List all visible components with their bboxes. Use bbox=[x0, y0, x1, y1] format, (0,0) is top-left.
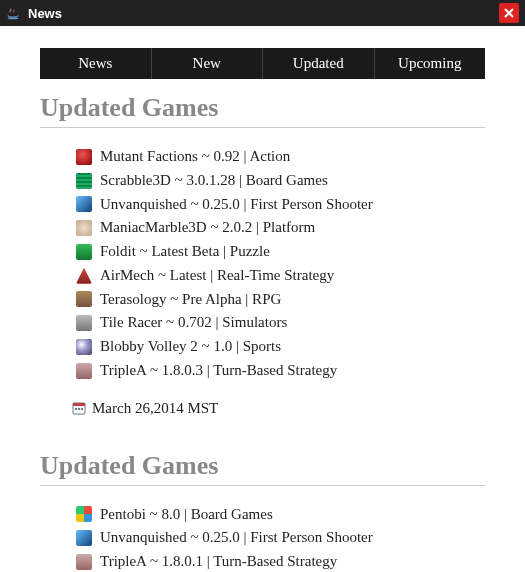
section-title: Updated Games bbox=[40, 93, 485, 128]
svg-rect-5 bbox=[81, 408, 83, 410]
game-label: Tile Racer ~ 0.702 | Simulators bbox=[100, 312, 287, 334]
game-icon bbox=[76, 315, 92, 331]
game-icon bbox=[76, 173, 92, 189]
tab-bar: News New Updated Upcoming bbox=[40, 48, 485, 79]
game-icon bbox=[76, 363, 92, 379]
game-row[interactable]: Pentobi ~ 8.0 | Board Games bbox=[76, 504, 485, 526]
section: Updated Games Pentobi ~ 8.0 | Board Game… bbox=[40, 451, 485, 573]
game-row[interactable]: Scrabble3D ~ 3.0.1.28 | Board Games bbox=[76, 170, 485, 192]
tab-upcoming[interactable]: Upcoming bbox=[375, 48, 486, 79]
game-row[interactable]: ManiacMarble3D ~ 2.0.2 | Platform bbox=[76, 217, 485, 239]
calendar-icon bbox=[72, 401, 86, 415]
game-icon bbox=[76, 149, 92, 165]
window-titlebar: News bbox=[0, 0, 525, 26]
date-text: March 26,2014 MST bbox=[92, 400, 218, 417]
game-row[interactable]: Blobby Volley 2 ~ 1.0 | Sports bbox=[76, 336, 485, 358]
svg-rect-4 bbox=[78, 408, 80, 410]
game-icon bbox=[76, 530, 92, 546]
game-row[interactable]: Foldit ~ Latest Beta | Puzzle bbox=[76, 241, 485, 263]
game-label: AirMech ~ Latest | Real-Time Strategy bbox=[100, 265, 334, 287]
game-row[interactable]: Tile Racer ~ 0.702 | Simulators bbox=[76, 312, 485, 334]
game-label: Unvanquished ~ 0.25.0 | First Person Sho… bbox=[100, 527, 373, 549]
svg-rect-3 bbox=[75, 408, 77, 410]
game-list: Pentobi ~ 8.0 | Board GamesUnvanquished … bbox=[40, 504, 485, 573]
game-label: TripleA ~ 1.8.0.1 | Turn-Based Strategy bbox=[100, 551, 337, 572]
game-icon bbox=[76, 554, 92, 570]
game-label: Pentobi ~ 8.0 | Board Games bbox=[100, 504, 273, 526]
game-icon bbox=[76, 291, 92, 307]
game-icon bbox=[76, 339, 92, 355]
game-row[interactable]: Unvanquished ~ 0.25.0 | First Person Sho… bbox=[76, 194, 485, 216]
section-title: Updated Games bbox=[40, 451, 485, 486]
game-row[interactable]: TripleA ~ 1.8.0.3 | Turn-Based Strategy bbox=[76, 360, 485, 382]
game-row[interactable]: AirMech ~ Latest | Real-Time Strategy bbox=[76, 265, 485, 287]
content-viewport: News New Updated Upcoming Updated Games … bbox=[0, 26, 525, 572]
game-row[interactable]: Unvanquished ~ 0.25.0 | First Person Sho… bbox=[76, 527, 485, 549]
game-label: TripleA ~ 1.8.0.3 | Turn-Based Strategy bbox=[100, 360, 337, 382]
game-icon bbox=[76, 506, 92, 522]
scroll-area[interactable]: News New Updated Upcoming Updated Games … bbox=[0, 26, 525, 572]
tab-news[interactable]: News bbox=[40, 48, 152, 79]
tab-new[interactable]: New bbox=[152, 48, 264, 79]
game-row[interactable]: Mutant Factions ~ 0.92 | Action bbox=[76, 146, 485, 168]
close-button[interactable] bbox=[499, 3, 519, 23]
game-label: Blobby Volley 2 ~ 1.0 | Sports bbox=[100, 336, 281, 358]
game-label: ManiacMarble3D ~ 2.0.2 | Platform bbox=[100, 217, 315, 239]
game-icon bbox=[76, 268, 92, 284]
game-label: Mutant Factions ~ 0.92 | Action bbox=[100, 146, 290, 168]
section: Updated Games Mutant Factions ~ 0.92 | A… bbox=[40, 93, 485, 417]
game-label: Terasology ~ Pre Alpha | RPG bbox=[100, 289, 281, 311]
game-icon bbox=[76, 196, 92, 212]
game-list: Mutant Factions ~ 0.92 | ActionScrabble3… bbox=[40, 146, 485, 382]
game-label: Unvanquished ~ 0.25.0 | First Person Sho… bbox=[100, 194, 373, 216]
window-title: News bbox=[28, 6, 499, 21]
app-icon bbox=[6, 6, 20, 20]
tab-updated[interactable]: Updated bbox=[263, 48, 375, 79]
date-row: March 26,2014 MST bbox=[40, 400, 485, 417]
game-row[interactable]: TripleA ~ 1.8.0.1 | Turn-Based Strategy bbox=[76, 551, 485, 572]
svg-rect-2 bbox=[73, 403, 85, 406]
game-label: Scrabble3D ~ 3.0.1.28 | Board Games bbox=[100, 170, 328, 192]
svg-point-0 bbox=[8, 17, 19, 19]
game-icon bbox=[76, 244, 92, 260]
game-row[interactable]: Terasology ~ Pre Alpha | RPG bbox=[76, 289, 485, 311]
game-label: Foldit ~ Latest Beta | Puzzle bbox=[100, 241, 270, 263]
game-icon bbox=[76, 220, 92, 236]
